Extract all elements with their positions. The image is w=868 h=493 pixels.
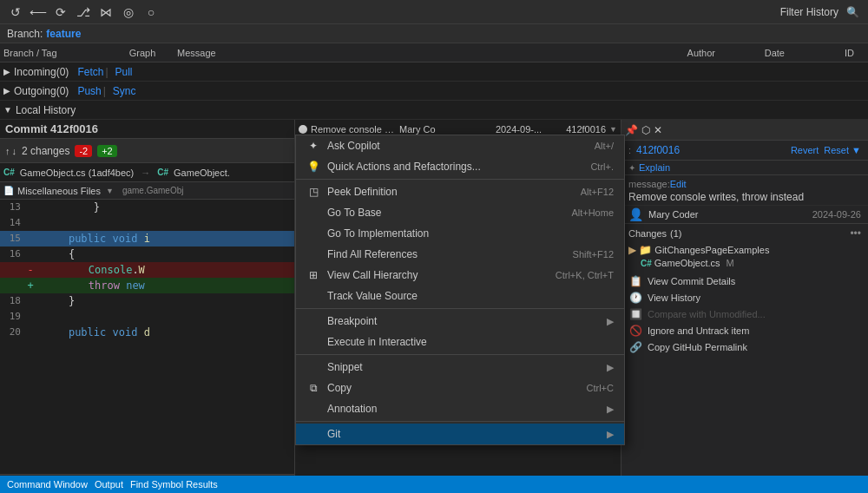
branch-label: Branch:	[7, 28, 43, 40]
ignore-icon: 🚫	[628, 325, 642, 337]
misc-folder-icon: 📄	[3, 186, 14, 195]
call-hierarchy-icon: ⊞	[306, 268, 320, 282]
copy-shortcut: Ctrl+C	[587, 383, 614, 393]
close-icon[interactable]: ✕	[654, 124, 662, 136]
pin-icon[interactable]: 📌	[625, 124, 638, 136]
ctx-find-all-references[interactable]: Find All References Shift+F12	[296, 244, 624, 265]
pull-button[interactable]: Pull	[115, 66, 133, 78]
commit-detail-explain: ✦ Explain	[621, 161, 868, 175]
push-button[interactable]: Push	[77, 85, 101, 97]
tree-folder: ▶ 📁 GitChangesPageExamples	[628, 243, 861, 257]
ctx-quick-actions[interactable]: 💡 Quick Actions and Refactorings... Ctrl…	[296, 156, 624, 177]
compare-label: Compare with Unmodified...	[648, 309, 766, 319]
merge-icon[interactable]: ⋈	[97, 3, 115, 21]
ctx-go-to-implementation[interactable]: Go To Implementation	[296, 223, 624, 244]
file-arrow-icon: →	[141, 168, 150, 178]
copy-permalink-label: Copy GitHub Permalink	[648, 342, 747, 352]
from-file-name[interactable]: GameObject.cs (1adf4bec)	[20, 168, 134, 178]
changes-more-button[interactable]: •••	[850, 227, 861, 240]
sync-button[interactable]: Sync	[113, 85, 136, 97]
ctx-sep-1	[296, 179, 624, 180]
code-line-16: 16 {	[0, 246, 294, 262]
ctx-execute-interactive[interactable]: Execute in Interactive	[296, 332, 624, 352]
filter-history-area: Filter History 🔍	[780, 3, 861, 21]
explain-button[interactable]: Explain	[639, 162, 670, 173]
edit-button[interactable]: Edit	[670, 179, 687, 189]
undo-icon[interactable]: ↺	[7, 3, 24, 21]
reset-button[interactable]: Reset ▼	[824, 145, 861, 155]
view-commit-details-item[interactable]: 📋 View Commit Details	[628, 274, 861, 288]
column-headers: Branch / Tag Graph Message Author Date I…	[0, 43, 868, 62]
file-tabs: C# GameObject.cs (1adf4bec) → C# GameObj…	[0, 163, 294, 182]
go-to-base-shortcut: Alt+Home	[571, 207, 614, 218]
col-message: Message	[177, 48, 628, 58]
revert-button[interactable]: Revert	[791, 145, 819, 155]
back-icon[interactable]: ⟵	[30, 3, 47, 21]
incoming-label: Incoming	[14, 66, 56, 78]
ctx-git[interactable]: Git ▶	[296, 424, 624, 444]
plus-badge: +2	[97, 145, 117, 157]
ctx-copy[interactable]: ⧉ Copy Ctrl+C	[296, 378, 624, 398]
peek-definition-icon: ◳	[306, 185, 320, 199]
changes-tree: ▶ 📁 GitChangesPageExamples C# GameObject…	[628, 243, 861, 269]
tag-icon[interactable]: ◎	[120, 3, 137, 21]
view-commit-label: View Commit Details	[648, 276, 735, 286]
log-dropdown-icon[interactable]: ▼	[609, 125, 617, 134]
ctx-annotation[interactable]: Annotation ▶	[296, 398, 624, 419]
peek-definition-label: Peek Definition	[327, 186, 574, 198]
ignore-untrack-item[interactable]: 🚫 Ignore and Untrack item	[628, 324, 861, 338]
branch-icon[interactable]: ⎇	[75, 3, 92, 21]
copy-label: Copy	[327, 382, 580, 394]
tree-file[interactable]: C# GameObject.cs M	[628, 257, 861, 269]
code-area: 13 } 14 15 public void i 16 {	[0, 200, 294, 491]
track-value-icon	[306, 289, 320, 303]
copy-permalink-item[interactable]: 🔗 Copy GitHub Permalink	[628, 340, 861, 354]
ctx-breakpoint[interactable]: Breakpoint ▶	[296, 311, 624, 332]
find-symbol-tab[interactable]: Find Symbol Results	[130, 479, 218, 490]
ctx-track-value-source[interactable]: Track Value Source	[296, 286, 624, 306]
settings-icon[interactable]: ○	[142, 3, 160, 21]
local-history-label: Local History	[16, 104, 76, 116]
prev-change-button[interactable]: ↑	[5, 146, 10, 156]
fetch-button[interactable]: Fetch	[77, 66, 103, 78]
command-window-tab[interactable]: Command Window	[7, 479, 88, 490]
search-icon[interactable]: 🔍	[844, 3, 861, 21]
copilot-icon: ✦	[306, 139, 320, 153]
ctx-sep-4	[296, 421, 624, 422]
refresh-icon[interactable]: ⟳	[52, 3, 69, 21]
incoming-row: ▶ Incoming (0) Fetch | Pull	[0, 62, 868, 82]
next-change-button[interactable]: ↓	[12, 146, 17, 156]
code-line-17-plus: + throw new	[0, 278, 294, 293]
misc-dropdown-icon[interactable]: ▼	[106, 187, 114, 195]
misc-label[interactable]: Miscellaneous Files	[17, 186, 101, 196]
to-file-name[interactable]: GameObject.	[174, 168, 230, 178]
execute-icon	[306, 335, 320, 349]
outgoing-triangle: ▶	[3, 86, 10, 95]
ctx-peek-definition[interactable]: ◳ Peek Definition Alt+F12	[296, 181, 624, 202]
folder-icon: ▶ 📁	[628, 244, 652, 256]
ctx-go-to-base[interactable]: Go To Base Alt+Home	[296, 202, 624, 223]
view-commit-icon: 📋	[628, 275, 642, 287]
ctx-sep-2	[296, 308, 624, 309]
changes-count: (1)	[670, 228, 681, 239]
quick-actions-label: Quick Actions and Refactorings...	[327, 161, 583, 173]
log-dot	[299, 125, 307, 134]
peek-definition-shortcut: Alt+F12	[581, 187, 614, 197]
incoming-sep2: |	[105, 66, 108, 78]
col-date: Date	[715, 48, 785, 58]
find-refs-label: Find All References	[327, 248, 566, 260]
commit-bar: ↑ ↓ 2 changes -2 +2	[0, 139, 294, 163]
author-name: Mary Coder	[648, 209, 698, 220]
view-history-item[interactable]: 🕐 View History	[628, 291, 861, 305]
output-tab[interactable]: Output	[95, 479, 123, 490]
code-line-15: 15 public void i	[0, 231, 294, 246]
outgoing-count: (0)	[56, 85, 69, 97]
ctx-ask-copilot[interactable]: ✦ Ask Copilot Alt+/	[296, 135, 624, 156]
branch-bar: Branch: feature	[0, 24, 868, 43]
pop-out-icon[interactable]: ⬡	[641, 124, 650, 136]
ctx-snippet[interactable]: Snippet ▶	[296, 357, 624, 378]
quick-actions-icon: 💡	[306, 160, 320, 174]
changes-header: Changes (1) •••	[628, 227, 861, 240]
ctx-view-call-hierarchy[interactable]: ⊞ View Call Hierarchy Ctrl+K, Ctrl+T	[296, 265, 624, 286]
go-to-base-icon	[306, 206, 320, 220]
